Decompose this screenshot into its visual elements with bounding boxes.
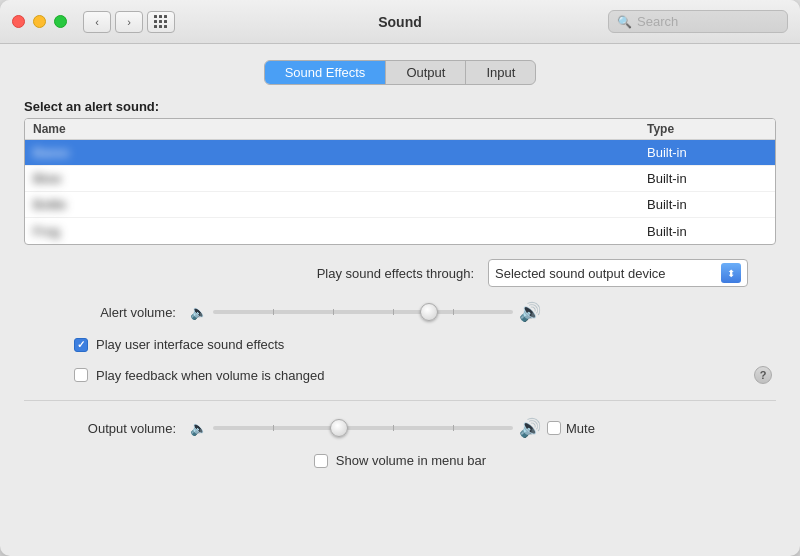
sound-list-body: Basso Built-in Blow Built-in Bottle Buil… <box>25 140 775 244</box>
show-menu-bar-row: Show volume in menu bar <box>24 453 776 468</box>
output-volume-slider[interactable] <box>213 419 513 437</box>
search-placeholder: Search <box>637 14 678 29</box>
play-through-label: Play sound effects through: <box>317 266 474 281</box>
minimize-button[interactable] <box>33 15 46 28</box>
show-menu-bar-label: Show volume in menu bar <box>336 453 486 468</box>
grid-icon <box>154 15 168 29</box>
close-button[interactable] <box>12 15 25 28</box>
alert-volume-label: Alert volume: <box>100 305 176 320</box>
mute-checkbox[interactable] <box>547 421 561 435</box>
sound-list-header: Name Type <box>25 119 775 140</box>
nav-buttons: ‹ › <box>83 11 143 33</box>
ui-sound-effects-row: Play user interface sound effects <box>24 337 776 352</box>
dropdown-value: Selected sound output device <box>495 266 715 281</box>
alert-sound-label: Select an alert sound: <box>24 99 776 114</box>
play-through-dropdown[interactable]: Selected sound output device ⬍ <box>488 259 748 287</box>
col-type-header: Type <box>647 122 767 136</box>
show-menu-bar-checkbox[interactable] <box>314 454 328 468</box>
sound-type: Built-in <box>647 197 767 212</box>
sound-name: Frog <box>33 224 647 239</box>
traffic-lights <box>12 15 67 28</box>
search-icon: 🔍 <box>617 15 632 29</box>
alert-sound-section: Select an alert sound: Name Type Basso B… <box>24 99 776 245</box>
ui-sound-effects-label: Play user interface sound effects <box>96 337 284 352</box>
titlebar: ‹ › Sound 🔍 Search <box>0 0 800 44</box>
output-volume-thumb[interactable] <box>330 419 348 437</box>
help-button[interactable]: ? <box>754 366 772 384</box>
tab-sound-effects[interactable]: Sound Effects <box>265 61 387 84</box>
grid-button[interactable] <box>147 11 175 33</box>
sound-type: Built-in <box>647 171 767 186</box>
ui-sound-effects-checkbox[interactable] <box>74 338 88 352</box>
window-title: Sound <box>378 14 422 30</box>
tabs: Sound Effects Output Input <box>24 60 776 85</box>
sound-name: Basso <box>33 145 647 160</box>
mute-row: Mute <box>547 421 595 436</box>
output-volume-row: Output volume: 🔈 🔊 Mute <box>24 417 776 439</box>
sound-row[interactable]: Blow Built-in <box>25 166 775 192</box>
sound-name: Blow <box>33 171 647 186</box>
volume-high-icon: 🔊 <box>519 301 541 323</box>
play-through-row: Play sound effects through: Selected sou… <box>24 259 776 287</box>
feedback-volume-row: Play feedback when volume is changed ? <box>24 366 776 384</box>
output-volume-high-icon: 🔊 <box>519 417 541 439</box>
back-icon: ‹ <box>95 16 99 28</box>
sound-type: Built-in <box>647 224 767 239</box>
tab-output[interactable]: Output <box>386 61 466 84</box>
back-button[interactable]: ‹ <box>83 11 111 33</box>
feedback-volume-label: Play feedback when volume is changed <box>96 368 324 383</box>
alert-volume-thumb[interactable] <box>420 303 438 321</box>
sound-list: Name Type Basso Built-in Blow Built-in B… <box>24 118 776 245</box>
content: Sound Effects Output Input Select an ale… <box>0 44 800 556</box>
output-volume-label: Output volume: <box>88 421 176 436</box>
sound-type: Built-in <box>647 145 767 160</box>
col-name-header: Name <box>33 122 647 136</box>
volume-low-icon: 🔈 <box>190 304 207 320</box>
alert-volume-slider[interactable] <box>213 303 513 321</box>
search-bar[interactable]: 🔍 Search <box>608 10 788 33</box>
sound-name: Bottle <box>33 197 647 212</box>
divider <box>24 400 776 401</box>
tab-group: Sound Effects Output Input <box>264 60 537 85</box>
output-volume-low-icon: 🔈 <box>190 420 207 436</box>
sound-row[interactable]: Basso Built-in <box>25 140 775 166</box>
sound-row[interactable]: Bottle Built-in <box>25 192 775 218</box>
feedback-volume-checkbox[interactable] <box>74 368 88 382</box>
tab-input[interactable]: Input <box>466 61 535 84</box>
dropdown-arrow-icon: ⬍ <box>721 263 741 283</box>
sound-row[interactable]: Frog Built-in <box>25 218 775 244</box>
forward-button[interactable]: › <box>115 11 143 33</box>
mute-label: Mute <box>566 421 595 436</box>
maximize-button[interactable] <box>54 15 67 28</box>
forward-icon: › <box>127 16 131 28</box>
alert-volume-row: Alert volume: 🔈 🔊 <box>24 301 776 323</box>
window: ‹ › Sound 🔍 Search Sound Effects Output <box>0 0 800 556</box>
